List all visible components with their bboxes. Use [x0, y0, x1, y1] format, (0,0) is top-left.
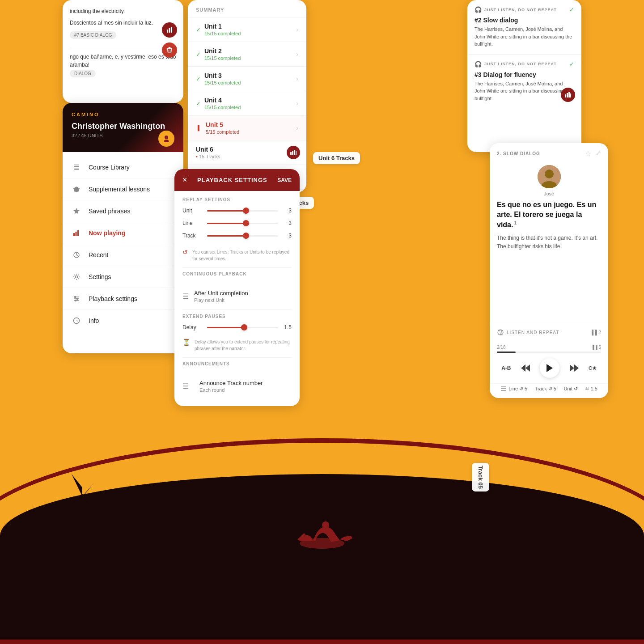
after-unit-row[interactable]: ☰ After Unit completion Play next Unit	[174, 284, 300, 309]
forward-button[interactable]	[569, 363, 580, 373]
player-panel: 2. SLOW DIALOG ☆ ⤢ José Es que no es un …	[490, 143, 608, 398]
sidebar-item-recent[interactable]: Recent	[63, 244, 183, 266]
announcements-label: ANNOUNCEMENTS	[182, 361, 292, 366]
unit-sub: 15/15 completed	[204, 80, 296, 85]
svg-marker-21	[73, 208, 80, 214]
play-button[interactable]	[540, 358, 559, 378]
listen-icon	[497, 329, 504, 336]
svg-text:?: ?	[76, 319, 78, 323]
playback-close-button[interactable]: ×	[182, 175, 187, 185]
line-slider[interactable]	[207, 223, 278, 224]
extend-pauses-label: EXTEND PAUSES	[182, 314, 292, 319]
svg-rect-8	[167, 30, 168, 33]
delay-label: Delay	[182, 324, 203, 330]
svg-rect-38	[296, 151, 297, 155]
unit-slider-thumb[interactable]	[243, 208, 249, 214]
unit-slider[interactable]	[207, 210, 278, 212]
ab-button[interactable]: A-B	[501, 365, 511, 371]
svg-rect-37	[294, 150, 295, 155]
announce-row[interactable]: ☰ Announce Track number Each round	[174, 373, 300, 399]
speed-button[interactable]: ≋ 1.5	[585, 386, 597, 392]
rewind-button[interactable]	[520, 363, 531, 373]
track-repeat-button[interactable]: Track ↺ 5	[535, 386, 556, 392]
line-slider-fill	[207, 223, 246, 224]
player-expand-button[interactable]: ⤢	[596, 149, 601, 158]
line-slider-thumb[interactable]	[243, 220, 249, 226]
star-icon	[72, 206, 81, 216]
nav-logo: CAMINO	[72, 112, 174, 117]
flashcard-tag2: DIALOG	[70, 70, 96, 77]
sidebar-item-playback-settings[interactable]: Playback settings	[63, 288, 183, 310]
unit-item-5[interactable]: ▐ Unit 5 5/15 completed ›	[188, 116, 306, 140]
sliders-icon	[72, 294, 81, 304]
replay-hint-text: You can set Lines, Tracks or Units to be…	[192, 249, 292, 262]
svg-rect-41	[568, 92, 570, 97]
progress-fill	[497, 352, 516, 353]
track-slider-thumb[interactable]	[243, 233, 249, 239]
delay-slider-fill	[207, 327, 244, 328]
sidebar-item-label: Recent	[89, 251, 108, 258]
svg-rect-22	[73, 233, 75, 236]
question-icon: ?	[72, 316, 81, 326]
playback-title: PLAYBACK SETTINGS	[197, 177, 267, 183]
delay-slider-row: Delay 1.5	[182, 324, 292, 330]
dialog-chart-button[interactable]	[561, 88, 575, 102]
navigation-panel: CAMINO Christopher Washington 32 / 45 UN…	[63, 103, 183, 353]
dialog-item-2: 🎧 JUST LISTEN, DO NOT REPEAT ✓ #3 Dialog…	[467, 55, 581, 109]
line-slider-label: Line	[182, 220, 203, 226]
player-progress-bar[interactable]: 2/18 ▐▐ 5	[490, 340, 608, 355]
player-speaker-name: José	[490, 191, 608, 196]
announce-title: Announce Track number	[199, 380, 292, 386]
sidebar-item-course-library[interactable]: Course Library	[63, 157, 183, 178]
unit-item-6[interactable]: Unit 6 •15 Tracks	[188, 140, 306, 165]
flashcard-text3: ngo que bañarme, e, y vestirme, eso es t…	[70, 53, 176, 69]
track-slider-label: Track	[182, 233, 203, 239]
unit-name: Unit 3	[204, 72, 296, 79]
delay-slider[interactable]	[207, 327, 278, 328]
progress-track[interactable]	[497, 352, 601, 353]
track-slider[interactable]	[207, 235, 278, 237]
unit-sub: 15/15 completed	[204, 105, 296, 110]
bars-icon	[72, 228, 81, 238]
unit6-tracks-button[interactable]	[287, 146, 300, 159]
svg-point-31	[77, 298, 78, 300]
unit-item-2[interactable]: ✓ Unit 2 15/15 completed ›	[188, 42, 306, 67]
dialog-desc: The Harrises, Carmen, José Molina, and J…	[475, 25, 574, 48]
delay-slider-thumb[interactable]	[241, 324, 247, 330]
svg-rect-36	[292, 151, 293, 155]
sidebar-item-supplemental[interactable]: Supplemental lessons	[63, 178, 183, 200]
star-caret-button[interactable]: C★	[589, 365, 597, 371]
sidebar-item-info[interactable]: ? Info	[63, 310, 183, 331]
continuous-label: CONTINUOUS PLAYBACK	[182, 271, 292, 276]
after-unit-sub: Play next Unit	[194, 297, 292, 303]
sidebar-item-now-playing[interactable]: Now playing	[63, 222, 183, 244]
replay-settings-label: REPLAY SETTINGS	[182, 197, 292, 202]
avatar	[158, 131, 174, 147]
sidebar-item-label: Settings	[89, 273, 111, 280]
listen-label: JUST LISTEN, DO NOT REPEAT	[484, 62, 557, 66]
line-repeat-button[interactable]: Line ↺ 5	[500, 386, 527, 392]
unit-item-3[interactable]: ✓ Unit 3 15/15 completed ›	[188, 67, 306, 91]
replay-hint: ↺ You can set Lines, Tracks or Units to …	[174, 249, 300, 267]
svg-point-30	[75, 297, 76, 298]
after-unit-title: After Unit completion	[194, 290, 292, 297]
svg-point-32	[75, 300, 76, 301]
flashcard-text2: Doscientos al mes sin incluir la luz.	[70, 19, 176, 27]
player-star-button[interactable]: ☆	[585, 149, 591, 158]
chevron-right-icon: ›	[296, 51, 298, 58]
flashcard-chart-button[interactable]	[162, 22, 177, 38]
unit-item-1[interactable]: ✓ Unit 1 15/15 completed ›	[188, 17, 306, 42]
sidebar-item-saved-phrases[interactable]: Saved phrases	[63, 200, 183, 222]
svg-rect-10	[171, 27, 172, 33]
sidebar-item-label: Info	[89, 317, 99, 324]
player-controls: A-B C★	[490, 355, 608, 383]
playback-save-button[interactable]: SAVE	[277, 177, 292, 183]
flashcard-delete-button[interactable]	[162, 42, 177, 58]
unit-item-4[interactable]: ✓ Unit 4 15/15 completed ›	[188, 91, 306, 116]
unit-repeat-button[interactable]: Unit ↺	[564, 386, 578, 392]
svg-point-26	[76, 276, 78, 278]
svg-marker-50	[570, 364, 574, 372]
sidebar-item-settings[interactable]: Settings	[63, 266, 183, 288]
sliders-icon	[500, 386, 507, 392]
svg-point-15	[165, 136, 168, 139]
